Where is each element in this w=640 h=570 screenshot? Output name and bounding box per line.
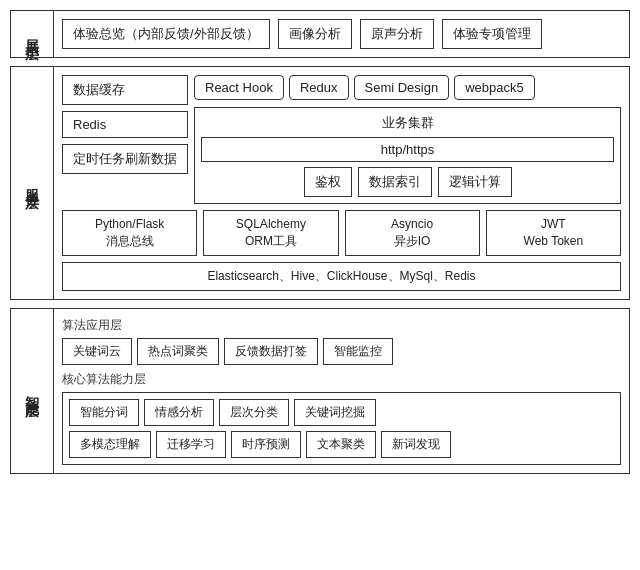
intel-layer-row: 智能层 算法应用层 关键词云 热点词聚类 反馈数据打签 智能监控 核心算法能力层… [10,308,630,474]
business-cluster: 业务集群 http/https 鉴权 数据索引 逻辑计算 [194,107,621,204]
display-item-1: 画像分析 [278,19,352,49]
cluster-item-2: 逻辑计算 [438,167,512,197]
tool-3: JWT Web Token [486,210,621,256]
cluster-item-1: 数据索引 [358,167,432,197]
service-layer-row: 服务层 数据缓存 Redis 定时任务刷新数据 React Hook Redux… [10,66,630,300]
tool-0: Python/Flask 消息总线 [62,210,197,256]
core-item-r2-1: 迁移学习 [156,431,226,458]
core-item-r1-3: 关键词挖掘 [294,399,376,426]
algo-item-3: 智能监控 [323,338,393,365]
display-item-3: 体验专项管理 [442,19,542,49]
algo-section-label: 算法应用层 [62,317,621,334]
tool-1: SQLAlchemy ORM工具 [203,210,338,256]
core-item-r2-2: 时序预测 [231,431,301,458]
service-layer-content: 数据缓存 Redis 定时任务刷新数据 React Hook Redux Sem… [53,66,630,300]
core-item-r1-2: 层次分类 [219,399,289,426]
algo-item-2: 反馈数据打签 [224,338,318,365]
core-item-r2-3: 文本聚类 [306,431,376,458]
tag-redux: Redux [289,75,349,100]
core-section-box: 智能分词 情感分析 层次分类 关键词挖掘 多模态理解 迁移学习 时序预测 文本聚… [62,392,621,465]
http-box: http/https [201,137,614,162]
display-layer-label: 展示层 [10,10,54,58]
tool-2: Asyncio 异步IO [345,210,480,256]
display-layer-content: 体验总览（内部反馈/外部反馈） 画像分析 原声分析 体验专项管理 [53,10,630,58]
algo-items: 关键词云 热点词聚类 反馈数据打签 智能监控 [62,338,621,365]
core-row1: 智能分词 情感分析 层次分类 关键词挖掘 [69,399,614,426]
core-row2: 多模态理解 迁移学习 时序预测 文本聚类 新词发现 [69,431,614,458]
core-item-r2-0: 多模态理解 [69,431,151,458]
core-section-label: 核心算法能力层 [62,371,621,388]
intel-layer-content: 算法应用层 关键词云 热点词聚类 反馈数据打签 智能监控 核心算法能力层 智能分… [53,308,630,474]
cluster-item-0: 鉴权 [304,167,352,197]
intel-layer-label: 智能层 [10,308,54,474]
tech-tags: React Hook Redux Semi Design webpack5 [194,75,621,100]
service-left-0: 数据缓存 [62,75,188,105]
core-item-r1-0: 智能分词 [69,399,139,426]
service-layer-label: 服务层 [10,66,54,300]
core-item-r2-4: 新词发现 [381,431,451,458]
tag-react-hook: React Hook [194,75,284,100]
service-left-1: Redis [62,111,188,138]
core-item-r1-1: 情感分析 [144,399,214,426]
service-left-2: 定时任务刷新数据 [62,144,188,174]
algo-item-1: 热点词聚类 [137,338,219,365]
service-left-boxes: 数据缓存 Redis 定时任务刷新数据 [62,75,188,174]
algo-section: 算法应用层 关键词云 热点词聚类 反馈数据打签 智能监控 [62,317,621,365]
tag-semi-design: Semi Design [354,75,450,100]
tools-row: Python/Flask 消息总线 SQLAlchemy ORM工具 Async… [62,210,621,256]
cluster-items: 鉴权 数据索引 逻辑计算 [201,167,614,197]
elastic-row: Elasticsearch、Hive、ClickHouse、MySql、Redi… [62,262,621,291]
business-cluster-label: 业务集群 [201,114,614,132]
display-layer-row: 展示层 体验总览（内部反馈/外部反馈） 画像分析 原声分析 体验专项管理 [10,10,630,58]
core-section: 核心算法能力层 智能分词 情感分析 层次分类 关键词挖掘 多模态理解 迁移学习 … [62,371,621,465]
tag-webpack5: webpack5 [454,75,535,100]
service-top-section: 数据缓存 Redis 定时任务刷新数据 React Hook Redux Sem… [62,75,621,204]
display-item-2: 原声分析 [360,19,434,49]
display-item-0: 体验总览（内部反馈/外部反馈） [62,19,270,49]
algo-item-0: 关键词云 [62,338,132,365]
architecture-diagram: 展示层 体验总览（内部反馈/外部反馈） 画像分析 原声分析 体验专项管理 服务层… [10,10,630,474]
